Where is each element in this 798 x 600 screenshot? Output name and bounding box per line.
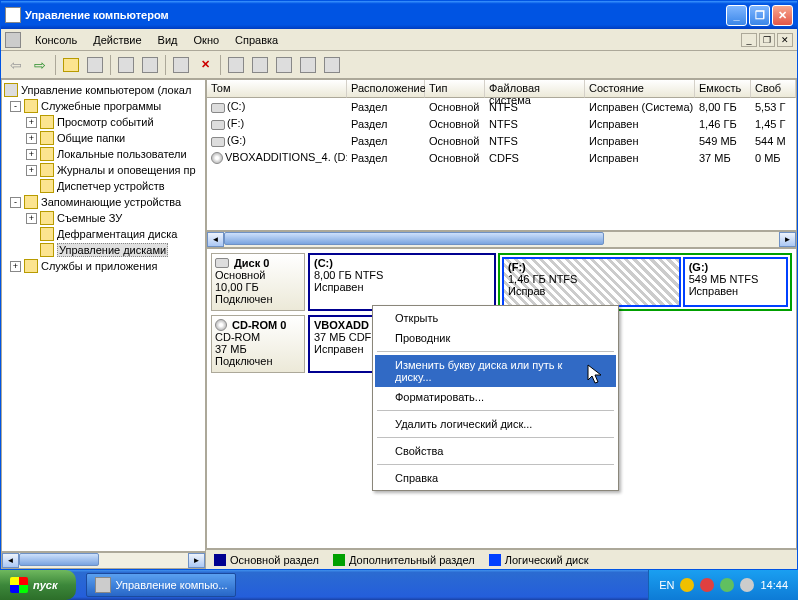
partition-cd[interactable]: VBOXADD 37 МБ CDF Исправен	[308, 315, 378, 373]
tool-btn-b[interactable]	[249, 54, 271, 76]
system-tray[interactable]: EN 14:44	[648, 570, 798, 600]
taskbar-item[interactable]: Управление компью...	[86, 573, 237, 597]
volume-list-scrollbar[interactable]: ◄ ►	[206, 231, 797, 248]
volume-row[interactable]: (F:)РазделОсновнойNTFSИсправен1,46 ГБ1,4…	[207, 115, 796, 132]
partition-g[interactable]: (G:) 549 МБ NTFS Исправен	[683, 257, 788, 307]
properties-icon	[118, 57, 134, 73]
tree-defrag[interactable]: Дефрагментация диска	[4, 226, 203, 242]
cd-icon	[215, 319, 227, 331]
up-button[interactable]	[60, 54, 82, 76]
scroll-left-button[interactable]: ◄	[2, 553, 19, 568]
forward-button[interactable]: ⇨	[29, 54, 51, 76]
clock[interactable]: 14:44	[760, 579, 788, 591]
tray-alert-icon[interactable]	[700, 578, 714, 592]
scroll-thumb[interactable]	[224, 232, 604, 245]
arrow-left-icon: ⇦	[10, 57, 22, 73]
col-fs[interactable]: Файловая система	[485, 80, 585, 98]
tree-storage[interactable]: -Запоминающие устройства	[4, 194, 203, 210]
arrow-right-icon: ⇨	[34, 57, 46, 73]
tray-shield-icon[interactable]	[680, 578, 694, 592]
menu-window[interactable]: Окно	[186, 32, 228, 48]
scroll-right-button[interactable]: ►	[188, 553, 205, 568]
ctx-properties[interactable]: Свойства	[375, 441, 616, 461]
expand-icon[interactable]: +	[26, 213, 37, 224]
delete-button[interactable]: ✕	[194, 54, 216, 76]
expand-icon[interactable]: +	[26, 165, 37, 176]
ctx-explore[interactable]: Проводник	[375, 328, 616, 348]
child-minimize-button[interactable]: _	[741, 33, 757, 47]
menu-view[interactable]: Вид	[150, 32, 186, 48]
collapse-icon[interactable]: -	[10, 101, 21, 112]
col-cap[interactable]: Емкость	[695, 80, 751, 98]
properties-button[interactable]	[115, 54, 137, 76]
col-vol[interactable]: Том	[207, 80, 347, 98]
ctx-change-letter[interactable]: Изменить букву диска или путь к диску...	[375, 355, 616, 387]
col-layout[interactable]: Расположение	[347, 80, 425, 98]
tree-scrollbar[interactable]: ◄ ►	[1, 552, 206, 569]
back-button[interactable]: ⇦	[5, 54, 27, 76]
ctx-format[interactable]: Форматировать...	[375, 387, 616, 407]
disk-0-info[interactable]: Диск 0 Основной 10,00 ГБ Подключен	[211, 253, 305, 311]
close-button[interactable]: ✕	[772, 5, 793, 26]
tree-events[interactable]: +Просмотр событий	[4, 114, 203, 130]
tool-btn-d[interactable]	[297, 54, 319, 76]
expand-icon[interactable]: +	[26, 133, 37, 144]
language-indicator[interactable]: EN	[659, 579, 674, 591]
start-button[interactable]: пуск	[0, 570, 76, 600]
tree-util[interactable]: -Служебные программы	[4, 98, 203, 114]
tree-devmgr[interactable]: Диспетчер устройств	[4, 178, 203, 194]
ctx-help[interactable]: Справка	[375, 468, 616, 488]
child-close-button[interactable]: ✕	[777, 33, 793, 47]
export-button[interactable]	[170, 54, 192, 76]
child-restore-button[interactable]: ❐	[759, 33, 775, 47]
volume-row[interactable]: VBOXADDITIONS_4. (D:)РазделОсновнойCDFSИ…	[207, 149, 796, 166]
tool-btn-c[interactable]	[273, 54, 295, 76]
col-type[interactable]: Тип	[425, 80, 485, 98]
tree-users[interactable]: +Локальные пользователи	[4, 146, 203, 162]
scroll-thumb[interactable]	[19, 553, 99, 566]
tree-panel[interactable]: Управление компьютером (локал -Служебные…	[1, 79, 206, 552]
expand-icon[interactable]: +	[26, 117, 37, 128]
volume-row[interactable]: (C:)РазделОсновнойNTFSИсправен (Система)…	[207, 98, 796, 115]
partition-f[interactable]: (F:) 1,46 ГБ NTFS Исправ	[502, 257, 681, 307]
cdrom-0-info[interactable]: CD-ROM 0 CD-ROM 37 МБ Подключен	[211, 315, 305, 373]
ctx-open[interactable]: Открыть	[375, 308, 616, 328]
volume-row[interactable]: (G:)РазделОсновнойNTFSИсправен549 МБ544 …	[207, 132, 796, 149]
generic-icon	[252, 57, 268, 73]
col-status[interactable]: Состояние	[585, 80, 695, 98]
titlebar[interactable]: Управление компьютером _ ❐ ✕	[1, 1, 797, 29]
menu-help[interactable]: Справка	[227, 32, 286, 48]
show-hide-button[interactable]	[84, 54, 106, 76]
tree-root[interactable]: Управление компьютером (локал	[4, 82, 203, 98]
tray-device-icon[interactable]	[740, 578, 754, 592]
expand-icon[interactable]: +	[10, 261, 21, 272]
minimize-button[interactable]: _	[726, 5, 747, 26]
menu-console[interactable]: Консоль	[27, 32, 85, 48]
mmc-icon	[5, 32, 21, 48]
scroll-left-button[interactable]: ◄	[207, 232, 224, 247]
partition-c[interactable]: (C:) 8,00 ГБ NTFS Исправен	[308, 253, 496, 311]
ctx-delete[interactable]: Удалить логический диск...	[375, 414, 616, 434]
col-free[interactable]: Своб	[751, 80, 796, 98]
context-separator	[377, 464, 614, 465]
help-button[interactable]	[321, 54, 343, 76]
expand-icon[interactable]: +	[26, 149, 37, 160]
extended-partition[interactable]: (F:) 1,46 ГБ NTFS Исправ (G:) 549 МБ NTF…	[498, 253, 792, 311]
tool-btn-a[interactable]	[225, 54, 247, 76]
tree-removable[interactable]: +Съемные ЗУ	[4, 210, 203, 226]
collapse-icon[interactable]: -	[10, 197, 21, 208]
tree-shared[interactable]: +Общие папки	[4, 130, 203, 146]
tree-logs[interactable]: +Журналы и оповещения пр	[4, 162, 203, 178]
tray-status-icon[interactable]	[720, 578, 734, 592]
refresh-button[interactable]	[139, 54, 161, 76]
scroll-right-button[interactable]: ►	[779, 232, 796, 247]
removable-icon	[40, 211, 54, 225]
volume-list[interactable]: Том Расположение Тип Файловая система Со…	[206, 79, 797, 231]
tree-diskmgmt[interactable]: Управление дисками	[4, 242, 203, 258]
context-menu: Открыть Проводник Изменить букву диска и…	[372, 305, 619, 491]
menu-action[interactable]: Действие	[85, 32, 149, 48]
disk-row-0[interactable]: Диск 0 Основной 10,00 ГБ Подключен (C:) …	[211, 253, 792, 311]
maximize-button[interactable]: ❐	[749, 5, 770, 26]
panel-icon	[87, 57, 103, 73]
tree-services[interactable]: +Службы и приложения	[4, 258, 203, 274]
